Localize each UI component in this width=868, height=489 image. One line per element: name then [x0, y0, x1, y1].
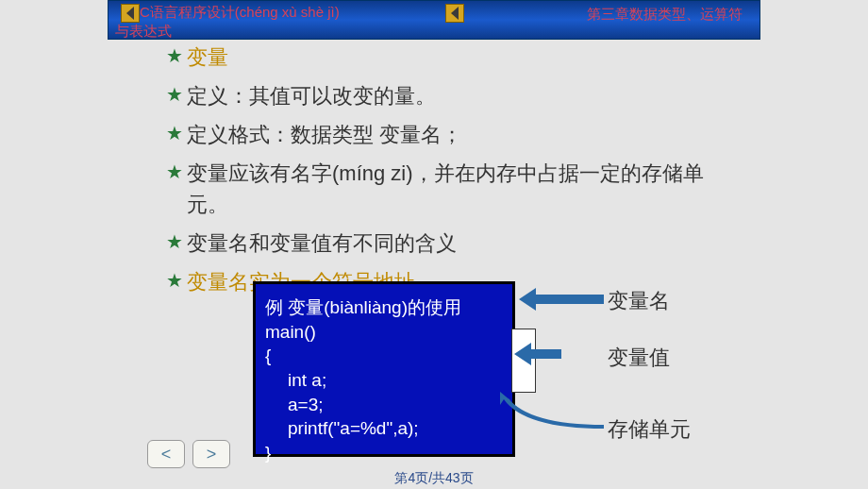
- header-title-right: 第三章数据类型、运算符: [587, 6, 743, 24]
- header-title-left: C语言程序设计(chéng xù shè jì): [140, 4, 340, 22]
- code-line: 例 变量(biànliàng)的使用: [265, 295, 503, 320]
- bullet-text: 定义格式：数据类型 变量名；: [187, 119, 713, 150]
- arrow-icon: [519, 288, 604, 311]
- prev-section-icon[interactable]: [445, 4, 464, 23]
- star-icon: ★: [166, 42, 183, 70]
- code-line: }: [265, 441, 503, 465]
- nav-buttons: < >: [147, 440, 230, 468]
- bullet-text: 变量应该有名字(míng zi)，并在内存中占据一定的存储单元。: [187, 158, 713, 220]
- star-icon: ★: [166, 80, 183, 109]
- code-example-box: 例 变量(biànliàng)的使用 main() { int a; a=3; …: [253, 281, 515, 457]
- annotation-label: 存储单元: [608, 415, 691, 444]
- code-line: {: [265, 344, 503, 368]
- code-line: main(): [265, 320, 503, 345]
- code-line: printf("a=%d",a);: [265, 416, 503, 441]
- star-icon: ★: [166, 266, 183, 295]
- code-line: int a;: [265, 368, 503, 393]
- next-button[interactable]: >: [192, 440, 230, 468]
- prev-button[interactable]: <: [147, 440, 185, 468]
- header-title-left-line2: 与表达式: [115, 23, 172, 41]
- svg-marker-1: [514, 343, 561, 365]
- annotation-label: 变量名: [608, 287, 670, 315]
- page-indicator: 第4页/共43页: [0, 470, 868, 487]
- first-page-icon[interactable]: [121, 4, 140, 23]
- annotation-label: 变量值: [608, 344, 670, 372]
- bullet-text: 变量名和变量值有不同的含义: [187, 228, 713, 259]
- arrow-curve-icon: [500, 392, 604, 430]
- bullet-text: 定义：其值可以改变的量。: [187, 80, 713, 111]
- content-area: ★ 变量 ★ 定义：其值可以改变的量。 ★ 定义格式：数据类型 变量名； ★ 变…: [166, 42, 713, 305]
- star-icon: ★: [166, 158, 183, 186]
- section-title: 变量: [187, 42, 713, 73]
- svg-marker-0: [519, 288, 604, 311]
- star-icon: ★: [166, 119, 183, 147]
- star-icon: ★: [166, 228, 183, 256]
- arrow-icon: [514, 343, 561, 365]
- code-line: a=3;: [265, 393, 503, 417]
